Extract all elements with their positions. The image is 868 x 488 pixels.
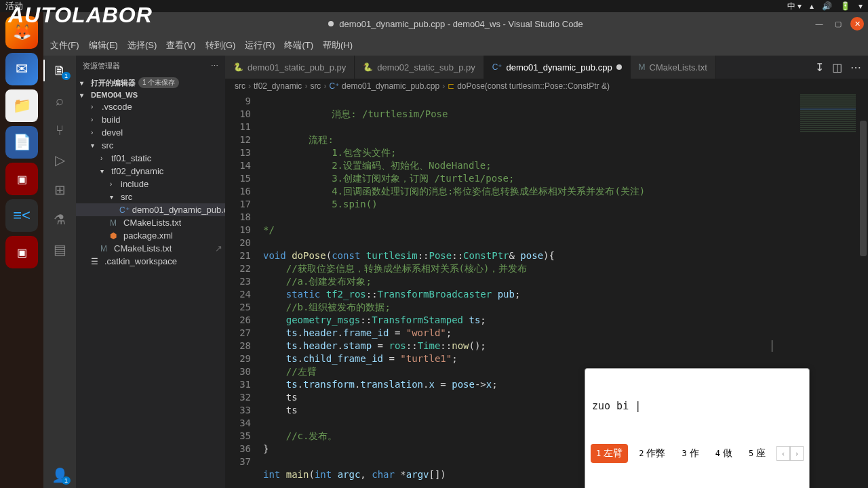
cmake-icon[interactable]: ▤	[52, 241, 68, 258]
brand-logo: AUTOLABOR	[8, 3, 153, 28]
sidebar-more-icon[interactable]: ⋯	[211, 62, 218, 70]
opened-editors-label[interactable]: 打开的编辑器	[91, 78, 136, 88]
code-content[interactable]: 消息: /turtlesim/Pose 流程: 1.包含头文件; 2.设置编码、…	[263, 94, 868, 488]
explorer-icon[interactable]: 🗎1	[52, 62, 68, 79]
menu-file[interactable]: 文件(F)	[50, 39, 79, 52]
volume-icon[interactable]: 🔊	[822, 1, 832, 11]
menu-terminal[interactable]: 终端(T)	[284, 39, 313, 52]
sidebar-explorer: 资源管理器 ⋯ ▾ 打开的编辑器 1 个未保存 ▾ DEMO04_WS ›.vs…	[76, 56, 225, 488]
more-actions-icon[interactable]: ⋯	[850, 61, 861, 74]
scm-icon[interactable]: ⑂	[52, 122, 68, 138]
menu-view[interactable]: 查看(V)	[166, 39, 195, 52]
folder-build[interactable]: ›build	[76, 113, 225, 126]
file-cmakelists-2[interactable]: MCMakeLists.txt↗	[76, 242, 225, 255]
ime-popup: zuo bi | 1左臂2作弊3作4做5座‹›	[585, 368, 810, 488]
breadcrumb[interactable]: src› tf02_dynamic› src› C⁺ demo01_dynami…	[225, 79, 868, 94]
file-catkin[interactable]: ☰.catkin_workspace	[76, 255, 225, 268]
file-cmakelists-1[interactable]: MCMakeLists.txt	[76, 216, 225, 229]
chevron-down-icon[interactable]: ▾	[80, 92, 88, 99]
battery-icon[interactable]: 🔋	[840, 1, 850, 11]
tab-py-2[interactable]: 🐍demo02_static_sub_p.py	[355, 56, 484, 79]
ime-candidate[interactable]: 3作	[676, 444, 704, 463]
line-numbers: 9101112131415161718192021222324252627282…	[225, 94, 263, 488]
window-title: demo01_dynamic_pub.cpp - demo04_ws - Vis…	[339, 19, 583, 29]
folder-devel[interactable]: ›devel	[76, 126, 225, 139]
file-package-xml[interactable]: ⬢package.xml	[76, 229, 225, 242]
ime-candidate[interactable]: 5座	[743, 444, 771, 463]
code-editor[interactable]: 9101112131415161718192021222324252627282…	[225, 94, 868, 488]
menu-edit[interactable]: 编辑(E)	[89, 39, 118, 52]
tab-py-1[interactable]: 🐍demo01_static_pub_p.py	[225, 56, 355, 79]
unsaved-dot-icon	[616, 64, 622, 70]
menu-help[interactable]: 帮助(H)	[323, 39, 353, 52]
terminal-icon[interactable]: ▣	[5, 163, 38, 195]
unsaved-badge: 1 个未保存	[138, 77, 179, 88]
ime-indicator[interactable]: 中 ▾	[787, 1, 802, 12]
thunderbird-icon[interactable]: ✉	[5, 53, 38, 85]
editor-tabbar: 🐍demo01_static_pub_p.py 🐍demo02_static_s…	[225, 56, 868, 79]
activity-bar: 🗎1 ⌕ ⑂ ▷ ⊞ ⚗ ▤ 👤1 ⚙	[43, 56, 76, 488]
folder-tf02[interactable]: ▾tf02_dynamic	[76, 165, 225, 178]
ime-composition: zuo bi |	[585, 399, 809, 418]
ime-prev-icon[interactable]: ‹	[776, 446, 790, 461]
ubuntu-launcher: 🦊 ✉ 📁 📄 ▣ ≡< ▣	[0, 12, 43, 488]
search-icon[interactable]: ⌕	[52, 92, 68, 108]
account-icon[interactable]: 👤1	[52, 467, 68, 483]
vscode-icon[interactable]: ≡<	[5, 199, 38, 232]
folder-tf01[interactable]: ›tf01_static	[76, 152, 225, 165]
minimize-button[interactable]: —	[812, 17, 826, 30]
ime-candidate[interactable]: 1左臂	[591, 444, 628, 463]
menu-run[interactable]: 运行(R)	[245, 39, 275, 52]
folder-inner-src[interactable]: ▾src	[76, 190, 225, 203]
text-cursor	[772, 340, 772, 352]
tab-cpp[interactable]: C⁺demo01_dynamic_pub.cpp	[484, 56, 631, 79]
menubar: 文件(F) 编辑(E) 选择(S) 查看(V) 转到(G) 运行(R) 终端(T…	[43, 35, 868, 56]
ime-next-icon[interactable]: ›	[790, 446, 804, 461]
unsaved-dot-icon	[328, 21, 334, 26]
terminal-icon-2[interactable]: ▣	[5, 236, 38, 268]
network-icon[interactable]: ▴	[810, 1, 814, 11]
maximize-button[interactable]: ▢	[831, 17, 845, 30]
system-menu-icon[interactable]: ▾	[859, 1, 863, 11]
files-icon[interactable]: 📁	[5, 89, 38, 122]
close-button[interactable]: ✕	[850, 17, 864, 30]
open-aside-icon[interactable]: ↧	[815, 61, 824, 74]
split-editor-icon[interactable]: ◫	[832, 61, 842, 74]
sidebar-title-label: 资源管理器	[83, 61, 120, 71]
menu-goto[interactable]: 转到(G)	[205, 39, 236, 52]
folder-include[interactable]: ›include	[76, 178, 225, 190]
ime-candidate[interactable]: 2作弊	[633, 444, 671, 463]
workspace-label[interactable]: DEMO04_WS	[91, 91, 138, 99]
tab-cmake[interactable]: MCMakeLists.txt	[631, 56, 716, 79]
office-icon[interactable]: 📄	[5, 126, 38, 159]
vscode-window: demo01_dynamic_pub.cpp - demo04_ws - Vis…	[43, 12, 868, 488]
ime-candidate[interactable]: 4做	[710, 444, 738, 463]
scrollbar-vertical[interactable]	[859, 94, 868, 488]
chevron-down-icon[interactable]: ▾	[80, 79, 88, 87]
extensions-icon[interactable]: ⊞	[52, 182, 68, 198]
menu-select[interactable]: 选择(S)	[127, 39, 157, 52]
debug-icon[interactable]: ▷	[52, 152, 68, 168]
window-titlebar: demo01_dynamic_pub.cpp - demo04_ws - Vis…	[43, 12, 868, 35]
test-icon[interactable]: ⚗	[52, 211, 68, 228]
folder-vscode[interactable]: ›.vscode	[76, 100, 225, 113]
file-cpp[interactable]: C⁺demo01_dynamic_pub.cpp	[76, 203, 225, 216]
folder-src[interactable]: ▾src	[76, 139, 225, 152]
